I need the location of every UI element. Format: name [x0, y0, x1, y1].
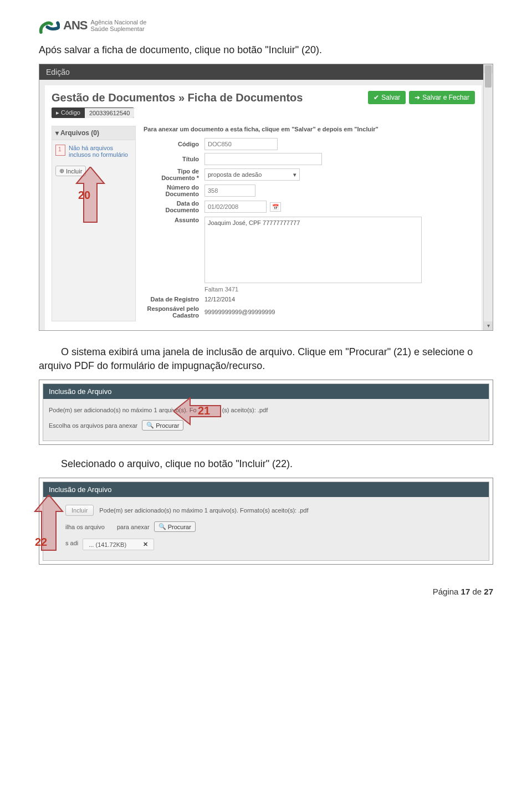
edit-bar: Edição [39, 64, 493, 80]
textarea-assunto[interactable]: Joaquim José, CPF 77777777777 [204, 217, 422, 283]
input-numero[interactable]: 358 [204, 185, 255, 197]
save-close-button[interactable]: ➜ Salvar e Fechar [409, 91, 475, 104]
label-codigo: Código [144, 141, 204, 147]
callout-arrow-21: 21 [173, 393, 223, 429]
ans-logo-mark [39, 17, 60, 34]
paragraph-3: Selecionado o arquivo, clique no botão "… [39, 458, 493, 470]
logo-line1: Agência Nacional de [90, 19, 146, 25]
save-close-label: Salvar e Fechar [422, 94, 469, 101]
chip-label: ▸ Código [52, 107, 85, 118]
screenshot-2: Inclusão de Arquivo Pode(m) ser adiciona… [39, 380, 493, 445]
no-attachments-text: Não há arquivos inclusos no formulário [69, 145, 132, 158]
paragraph-1: Após salvar a ficha de documento, clique… [39, 44, 493, 56]
calendar-icon [55, 145, 65, 156]
label-data: Data do Documento [144, 200, 204, 213]
callout-arrow-20: 20 [74, 167, 107, 228]
browse-label-2: Escolha os arquivos para anexar [49, 422, 137, 429]
scroll-down-icon[interactable]: ▾ [484, 321, 493, 330]
file-row-prefix: s adi [65, 540, 78, 546]
browse-button-3[interactable]: 🔍 Procurar [154, 521, 196, 532]
file-name: ... (141.72KB) [89, 541, 126, 548]
info-line-3: Pode(m) ser adicionado(s) no máximo 1 ar… [99, 507, 308, 514]
dialog-title-2: Inclusão de Arquivo [43, 384, 489, 399]
codigo-chip: ▸ Código 200339612540 [52, 107, 134, 118]
browse-label-3a: ilha os arquivo [65, 524, 105, 530]
callout-arrow-22: 22 [32, 495, 66, 556]
chip-value: 200339612540 [85, 108, 134, 118]
label-titulo: Título [144, 156, 204, 162]
search-icon: 🔍 [158, 523, 166, 530]
browse-label-3b: para anexar [117, 524, 150, 530]
exit-icon: ➜ [415, 94, 420, 101]
page-title: Gestão de Documentos » Ficha de Document… [52, 91, 303, 104]
scrollbar[interactable]: ▴ ▾ [483, 64, 493, 330]
logo-line2: Saúde Suplementar [90, 25, 146, 32]
char-counter: Faltam 3471 [204, 286, 475, 293]
page-footer: Página 17 de 27 [39, 587, 493, 596]
screenshot-1: Edição Gestão de Documentos » Ficha de D… [39, 64, 493, 331]
label-tipo: Tipo de Documento * [144, 168, 204, 181]
label-registro: Data de Registro [144, 296, 204, 303]
label-responsavel: Responsável pelo Cadastro [144, 305, 204, 319]
label-assunto: Assunto [144, 217, 204, 223]
logo-acronym: ANS [63, 18, 87, 32]
label-numero: Número do Documento [144, 184, 204, 197]
callout-number-21: 21 [198, 404, 210, 417]
form-instruction: Para anexar um documento a esta ficha, c… [144, 126, 475, 132]
save-label: Salvar [381, 94, 400, 101]
value-responsavel: 99999999999@99999999 [204, 309, 275, 315]
callout-number-20: 20 [78, 189, 90, 202]
calendar-picker-icon[interactable]: 📅 [270, 202, 281, 212]
dialog-title-3: Inclusão de Arquivo [43, 482, 489, 497]
paragraph-2a: O sistema exibirá uma janela de inclusão… [39, 346, 493, 358]
remove-file-icon[interactable]: ✕ [143, 541, 148, 548]
value-registro: 12/12/2014 [204, 296, 235, 303]
incluir-upload-button[interactable]: Incluir [65, 505, 94, 516]
logo: ANS Agência Nacional de Saúde Suplementa… [39, 17, 493, 34]
select-tipo[interactable]: proposta de adesão▾ [204, 168, 300, 181]
check-icon: ✔ [374, 94, 379, 101]
screenshot-3: Inclusão de Arquivo Incluir Pode(m) ser … [39, 478, 493, 565]
scroll-thumb[interactable] [485, 65, 492, 88]
save-button[interactable]: ✔ Salvar [368, 91, 406, 104]
input-data[interactable]: 01/02/2008 [204, 201, 267, 213]
chevron-down-icon: ▾ [293, 171, 296, 178]
callout-number-22: 22 [35, 536, 47, 549]
input-codigo[interactable]: DOC850 [204, 138, 278, 150]
uploaded-file-chip: ... (141.72KB) ✕ [83, 539, 154, 550]
search-icon: 🔍 [146, 422, 154, 429]
paragraph-2b: arquivo PDF do formulário de impugnação/… [39, 360, 493, 372]
info-line-2: Pode(m) ser adicionado(s) no máximo 1 ar… [49, 407, 483, 413]
input-titulo[interactable] [204, 153, 322, 165]
attachments-header: ▾ Arquivos (0) [52, 126, 135, 140]
plus-icon: ⊕ [59, 167, 64, 175]
